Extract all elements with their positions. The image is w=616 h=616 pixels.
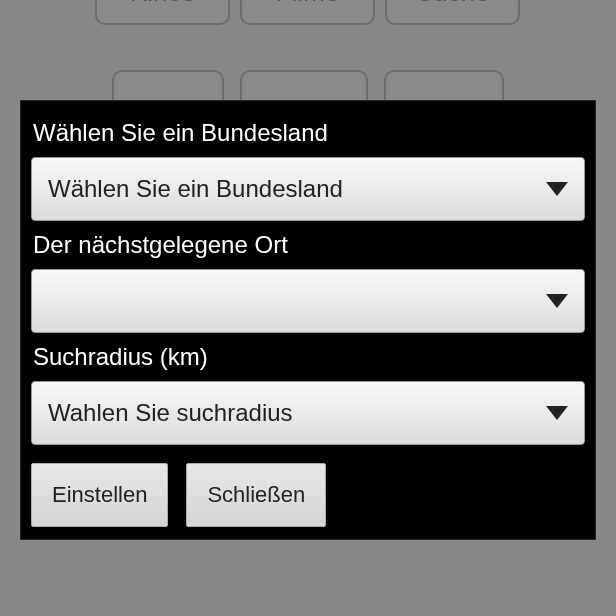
svg-marker-0 xyxy=(546,182,568,196)
label-suchradius: Suchradius (km) xyxy=(31,333,585,381)
set-button[interactable]: Einstellen xyxy=(31,463,168,527)
spinner-ort[interactable] xyxy=(31,269,585,333)
svg-marker-1 xyxy=(546,294,568,308)
label-bundesland: Wählen Sie ein Bundesland xyxy=(31,109,585,157)
chevron-down-icon xyxy=(546,294,568,308)
spinner-suchradius[interactable]: Wahlen Sie suchradius xyxy=(31,381,585,445)
spinner-bundesland-value: Wählen Sie ein Bundesland xyxy=(48,175,343,203)
chevron-down-icon xyxy=(546,406,568,420)
label-ort: Der nächstgelegene Ort xyxy=(31,221,585,269)
chevron-down-icon xyxy=(546,182,568,196)
settings-dialog: Wählen Sie ein Bundesland Wählen Sie ein… xyxy=(20,100,596,540)
spinner-suchradius-value: Wahlen Sie suchradius xyxy=(48,399,293,427)
close-button[interactable]: Schließen xyxy=(186,463,326,527)
dialog-button-row: Einstellen Schließen xyxy=(31,463,585,527)
svg-marker-2 xyxy=(546,406,568,420)
spinner-bundesland[interactable]: Wählen Sie ein Bundesland xyxy=(31,157,585,221)
